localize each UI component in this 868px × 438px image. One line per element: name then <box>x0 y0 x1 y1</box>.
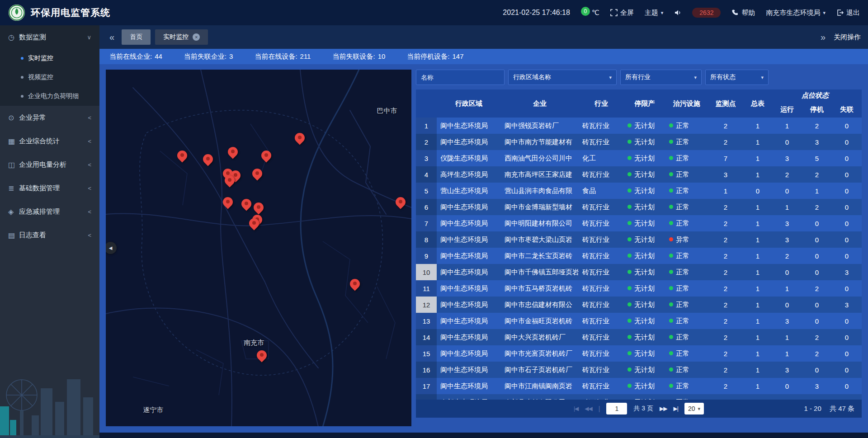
cell-facility-status: 正常 <box>665 394 708 400</box>
map[interactable]: 巴中市南充市遂宁市 ◀ <box>106 70 411 426</box>
theme-menu[interactable]: 主题 ▾ <box>645 9 664 17</box>
table-row[interactable]: 8阆中生态环境局阆中市枣碧大梁山页岩砖瓦行业无计划异常21300 <box>416 231 862 248</box>
table-row[interactable]: 3仪陇生态环境局西南油气田分公司川中化工无计划正常71350 <box>416 150 862 166</box>
sidebar-item-video-monitor[interactable]: 视频监控 <box>0 68 99 87</box>
fullscreen-button[interactable]: 全屏 <box>610 9 634 17</box>
row-index: 12 <box>416 297 437 313</box>
table-row[interactable]: 6阆中生态环境局阆中市金博瑞新型墙材砖瓦行业无计划正常21120 <box>416 199 862 215</box>
map-pin-icon[interactable] <box>257 350 267 360</box>
row-index: 3 <box>416 150 437 166</box>
announcement-button[interactable] <box>674 9 681 16</box>
cell-limit-status: 无计划 <box>624 297 665 313</box>
region-filter-select[interactable]: 行政区域名称 ▾ <box>508 70 617 85</box>
map-pin-icon[interactable] <box>241 199 251 209</box>
cell-industry: 砖瓦行业 <box>579 297 624 313</box>
table-row[interactable]: 7阆中生态环境局阆中明阳建材有限公司砖瓦行业无计划正常21300 <box>416 215 862 231</box>
chevron-left-icon: < <box>88 232 91 239</box>
table-row[interactable]: 10阆中生态环境局阆中市千佛镇五郎垭页岩砖瓦行业无计划正常21003 <box>416 264 862 280</box>
status-filter-select[interactable]: 所有状态 ▾ <box>705 70 769 85</box>
sidebar-item-realtime-monitor[interactable]: 实时监控 <box>0 49 99 68</box>
table-row[interactable]: 14阆中生态环境局阆中大兴页岩机砖厂砖瓦行业无计划正常21120 <box>416 329 862 345</box>
chevron-left-icon: < <box>88 114 91 121</box>
notice-count-badge[interactable]: 2632 <box>692 8 721 18</box>
name-filter-input[interactable] <box>416 70 505 85</box>
status-dot-icon <box>669 221 673 225</box>
table-row[interactable]: 17阆中生态环境局阆中市江南镇阆南页岩砖瓦行业无计划正常21030 <box>416 378 862 394</box>
sidebar-group-monitor[interactable]: ◷数据监测∨ <box>0 25 99 49</box>
row-index: 8 <box>416 231 437 248</box>
map-pin-icon[interactable] <box>295 133 305 143</box>
sidebar-group-chart[interactable]: ◫企业用电量分析< <box>0 153 99 176</box>
map-pin-icon[interactable] <box>396 197 406 207</box>
status-dot-icon <box>627 286 632 290</box>
app-root: 环保用电监管系统 2021-02-25 17:46:18 0 ℃ 全屏 主题 ▾… <box>0 0 868 438</box>
status-dot-icon <box>627 237 632 241</box>
table-row[interactable]: 9阆中生态环境局阆中市二龙长宝页岩砖砖瓦行业无计划正常21200 <box>416 248 862 264</box>
map-pin-icon[interactable] <box>261 151 271 160</box>
map-pin-icon[interactable] <box>228 147 238 157</box>
row-index: 16 <box>416 362 437 378</box>
cell-company: 阆中市金福旺页岩机砖 <box>501 313 579 329</box>
map-pin-icon[interactable] <box>223 197 233 207</box>
tabs-scroll-left-icon[interactable]: « <box>107 32 117 42</box>
close-operations-button[interactable]: 关闭操作 <box>834 33 861 42</box>
table-row[interactable]: 18南部生态环境局南部县建材有限公司砖瓦行业无计划正常21030 <box>416 394 862 400</box>
temperature-badge: 0 <box>581 7 590 16</box>
status-dot-icon <box>627 254 632 258</box>
page-size-select[interactable]: 20 ▾ <box>684 403 704 414</box>
sidebar-group-alert[interactable]: ⊙企业异常< <box>0 106 99 129</box>
cell-run: 3 <box>772 362 802 378</box>
page-number-input[interactable] <box>606 403 627 414</box>
tabs-scroll-right-icon[interactable]: » <box>818 32 828 42</box>
cell-points: 2 <box>708 297 743 313</box>
org-menu[interactable]: 南充市生态环境局 ▾ <box>766 9 826 17</box>
map-pin-icon[interactable] <box>350 279 360 289</box>
status-dot-icon <box>627 140 632 144</box>
cell-industry: 砖瓦行业 <box>579 134 624 150</box>
cell-limit-status: 无计划 <box>624 215 665 231</box>
sidebar-item-power-load-detail[interactable]: 企业电力负荷明细 <box>0 87 99 106</box>
tab-home[interactable]: 首页 <box>122 29 151 45</box>
sidebar-group-stats[interactable]: ▦企业综合统计< <box>0 129 99 153</box>
sidebar-group-log[interactable]: ▤日志查看< <box>0 223 99 247</box>
tab-realtime-monitor[interactable]: 实时监控 × <box>155 29 208 45</box>
prev-page-icon[interactable]: ◀◀ <box>585 405 592 412</box>
table-row[interactable]: 1阆中生态环境局阆中强锐页岩砖厂砖瓦行业无计划正常21120 <box>416 118 862 134</box>
cell-lost: 0 <box>832 231 862 248</box>
cell-limit-status: 无计划 <box>624 199 665 215</box>
tab-close-icon[interactable]: × <box>193 33 200 41</box>
cell-points: 2 <box>708 280 743 297</box>
bullet-icon <box>21 76 24 79</box>
alert-icon: ⊙ <box>8 113 19 122</box>
map-pin-icon[interactable] <box>225 175 235 185</box>
header-meter: 总表 <box>743 89 772 118</box>
map-pin-icon[interactable] <box>203 154 213 164</box>
table-row[interactable]: 2阆中生态环境局阆中市南方节能建材有砖瓦行业无计划正常21030 <box>416 134 862 150</box>
table-row[interactable]: 13阆中生态环境局阆中市金福旺页岩机砖砖瓦行业无计划正常21300 <box>416 313 862 329</box>
sidebar-group-emergency[interactable]: ◈应急减排管理< <box>0 200 99 223</box>
logout-button[interactable]: 退出 <box>836 9 860 17</box>
next-page-icon[interactable]: ▶▶ <box>660 405 667 412</box>
map-pin-icon[interactable] <box>254 203 264 212</box>
cell-industry: 砖瓦行业 <box>579 329 624 345</box>
table-row[interactable]: 5营山生态环境局营山县润丰肉食品有限食品无计划正常10010 <box>416 183 862 199</box>
first-page-icon[interactable]: |◀ <box>574 405 578 412</box>
help-button[interactable]: 帮助 <box>731 9 755 17</box>
cell-points: 2 <box>708 248 743 264</box>
table-row[interactable]: 11阆中生态环境局阆中市五马桥页岩机砖砖瓦行业无计划正常21120 <box>416 280 862 297</box>
cell-run: 2 <box>772 248 802 264</box>
map-pin-icon[interactable] <box>177 151 187 160</box>
collapse-map-button[interactable]: ◀ <box>106 242 117 254</box>
map-pin-icon[interactable] <box>252 169 262 179</box>
last-page-icon[interactable]: ▶| <box>674 405 678 412</box>
cell-stop: 1 <box>802 183 832 199</box>
table-row[interactable]: 4高坪生态环境局南充市高坪区王家店建砖瓦行业无计划正常31220 <box>416 166 862 183</box>
status-dot-icon <box>669 270 673 274</box>
table-row[interactable]: 16阆中生态环境局阆中市石子页岩机砖厂砖瓦行业无计划正常21300 <box>416 362 862 378</box>
table-row[interactable]: 15阆中生态环境局阆中市光富页岩机砖厂砖瓦行业无计划正常21120 <box>416 345 862 362</box>
table-row[interactable]: 12阆中生态环境局阆中市忠信建材有限公砖瓦行业无计划正常21003 <box>416 297 862 313</box>
sidebar-group-database[interactable]: ≣基础数据管理< <box>0 176 99 200</box>
map-pin-icon[interactable] <box>249 218 259 228</box>
industry-filter-select[interactable]: 所有行业 ▾ <box>620 70 702 85</box>
cell-meter: 1 <box>743 199 772 215</box>
